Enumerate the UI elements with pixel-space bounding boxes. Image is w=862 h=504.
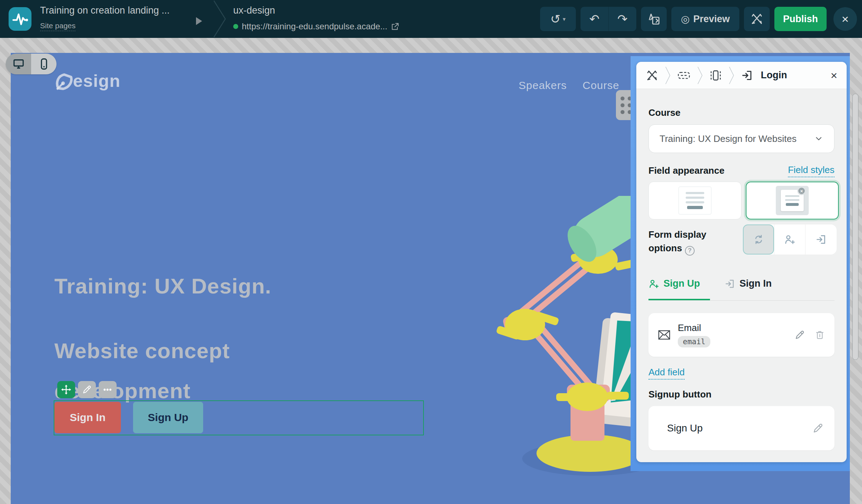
move-block-button[interactable] (57, 381, 75, 398)
add-field-link[interactable]: Add field (648, 367, 685, 380)
topbar-actions: ↺ ▾ ↶ ↷ ◎ Preview (540, 7, 857, 31)
mobile-view-button[interactable] (31, 54, 57, 74)
course-label: Course (648, 107, 681, 118)
appearance-option-popup-selected[interactable]: × (746, 182, 839, 219)
hero-heading-line1: Training: UX Design. (54, 274, 271, 298)
nav-item-course[interactable]: Course (583, 79, 619, 92)
redo-button[interactable]: ↷ (609, 7, 637, 31)
tab-baseline (648, 300, 834, 301)
block-toolbar: ••• (57, 381, 117, 398)
chevron-separator (697, 65, 703, 85)
display-option-signin[interactable] (805, 224, 836, 255)
edit-block-button[interactable] (78, 381, 96, 398)
edit-field-button[interactable] (794, 330, 805, 340)
person-plus-icon (648, 278, 659, 289)
display-option-toggle-selected[interactable] (743, 224, 774, 255)
pen-nib-d-icon (54, 71, 73, 91)
sendpulse-logo-icon[interactable] (9, 7, 31, 31)
login-widget-icon (741, 69, 753, 81)
chevron-down-icon (814, 134, 823, 143)
site-title: Training on creation landing ... (40, 5, 170, 16)
site-logo: esign (54, 71, 121, 91)
person-plus-icon (784, 234, 795, 245)
form-display-options-control (743, 224, 837, 255)
signup-button-label: Signup button (648, 389, 711, 400)
panel-title: Login (761, 70, 787, 81)
workspace-scrollbar-thumb[interactable] (852, 94, 858, 360)
lamp-illustration (465, 196, 651, 504)
email-field-actions (794, 330, 825, 340)
panel-body: Course Training: UX Design for Websites … (636, 89, 847, 462)
publish-label: Publish (783, 14, 818, 25)
form-field-row-email: Email email (648, 313, 834, 357)
page-name: ux-design (233, 5, 275, 16)
breadcrumb-design-icon[interactable] (646, 69, 658, 82)
panel-close-button[interactable]: × (831, 70, 837, 81)
email-field-label: Email (678, 322, 710, 333)
breadcrumb-section-icon[interactable] (677, 69, 691, 81)
external-link-icon[interactable] (391, 22, 400, 31)
mobile-icon (39, 58, 49, 70)
tab-sign-up-label: Sign Up (663, 278, 700, 289)
more-options-button[interactable]: ••• (99, 381, 117, 398)
form-display-options-label: Form display options? (648, 228, 706, 256)
breadcrumb-column-icon[interactable] (709, 69, 722, 82)
device-toggle (6, 54, 57, 74)
preview-icon: ◎ (681, 13, 690, 25)
close-icon: × (842, 12, 849, 26)
site-logo-text: esign (73, 71, 121, 91)
field-styles-link[interactable]: Field styles (788, 164, 834, 177)
form-display-options-text: Form display options (648, 229, 706, 253)
login-settings-panel: Login × Course Training: UX Design for W… (636, 62, 847, 462)
tab-sign-in[interactable]: Sign In (724, 278, 772, 289)
pulse-icon (12, 11, 28, 27)
pencil-icon (82, 385, 92, 395)
ellipsis-icon: ••• (103, 386, 112, 394)
appearance-option-embedded[interactable] (648, 182, 741, 219)
trash-icon (814, 330, 825, 340)
canvas-signup-button[interactable]: Sign Up (133, 402, 203, 433)
delete-field-button[interactable] (814, 330, 825, 340)
pen-page-icon (647, 12, 661, 26)
pencil-icon (812, 423, 824, 434)
move-icon (61, 384, 72, 395)
breadcrumb-divider (212, 0, 228, 38)
cycle-icon (753, 234, 764, 245)
desktop-view-button[interactable] (6, 54, 31, 74)
preview-label: Preview (693, 14, 730, 25)
desktop-icon (13, 58, 25, 70)
canvas-signin-button[interactable]: Sign In (54, 402, 121, 433)
publish-button[interactable]: Publish (774, 7, 827, 31)
course-select[interactable]: Training: UX Design for Websites (648, 124, 834, 153)
course-select-value: Training: UX Design for Websites (660, 133, 814, 144)
edit-signup-button[interactable] (812, 423, 824, 434)
chevron-separator (729, 65, 734, 85)
embedded-form-icon (679, 187, 711, 214)
crossed-tools-icon (750, 12, 764, 26)
caret-down-icon: ▾ (563, 16, 565, 23)
chevron-separator (665, 65, 671, 85)
signup-button-row: Sign Up (648, 406, 834, 450)
nav-item-speakers[interactable]: Speakers (519, 79, 567, 92)
site-pages-link[interactable]: Site pages (40, 21, 75, 31)
undo-redo-group: ↶ ↷ (581, 7, 636, 31)
breadcrumb-arrow-icon (196, 17, 202, 25)
preview-button[interactable]: ◎ Preview (671, 7, 739, 31)
tab-sign-up[interactable]: Sign Up (648, 278, 700, 289)
enter-icon (815, 234, 827, 245)
close-editor-button[interactable]: × (833, 7, 857, 31)
page-url[interactable]: https://training-edu.sendpulse.acade... (242, 21, 387, 31)
published-status-dot (233, 24, 238, 29)
popup-form-icon: × (776, 186, 809, 215)
form-tabs: Sign Up Sign In (648, 278, 834, 291)
undo-icon: ↶ (589, 13, 600, 25)
display-option-signup[interactable] (774, 224, 805, 255)
help-icon[interactable]: ? (685, 246, 695, 256)
panel-header: Login × (636, 62, 847, 89)
history-icon: ↺ (550, 13, 561, 25)
undo-button[interactable]: ↶ (581, 7, 608, 31)
design-tools-button[interactable] (744, 7, 770, 31)
history-button[interactable]: ↺ ▾ (540, 7, 576, 31)
email-field-variable-tag: email (678, 336, 710, 347)
design-pages-button[interactable] (641, 7, 667, 31)
